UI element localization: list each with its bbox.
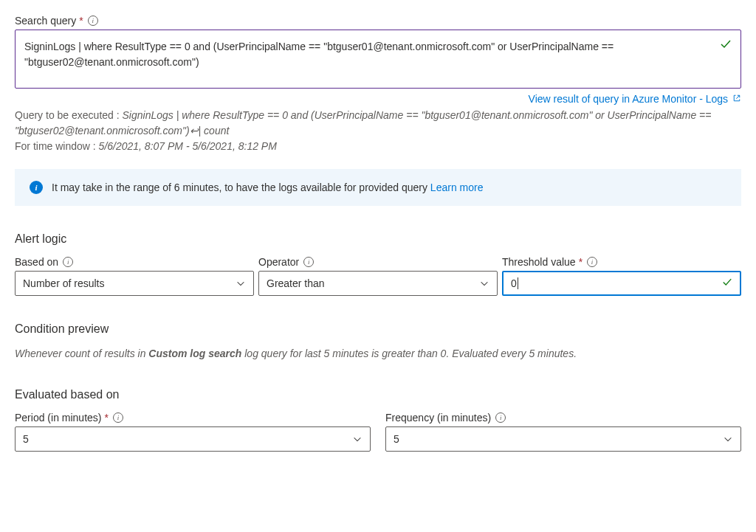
view-results-link[interactable]: View result of query in Azure Monitor - … <box>529 93 741 105</box>
search-query-text: SigninLogs | where ResultType == 0 and (… <box>24 41 614 68</box>
alert-logic-heading: Alert logic <box>15 232 741 246</box>
condition-pre: Whenever count of results in <box>15 348 148 359</box>
chevron-down-icon <box>479 278 489 289</box>
condition-bold: Custom log search <box>148 348 241 359</box>
threshold-value: 0 <box>511 277 517 289</box>
info-banner-icon: i <box>30 181 43 194</box>
query-preview-prefix: Query to be executed : <box>15 109 123 121</box>
chevron-down-icon <box>723 434 733 444</box>
search-query-label-text: Search query <box>15 15 76 27</box>
threshold-label: Threshold value * i <box>502 256 741 268</box>
required-asterisk: * <box>79 15 83 27</box>
condition-preview-heading: Condition preview <box>15 322 741 336</box>
query-preview-block: Query to be executed : SigninLogs | wher… <box>15 108 741 154</box>
evaluated-heading: Evaluated based on <box>15 388 741 401</box>
threshold-input[interactable]: 0 <box>502 271 741 296</box>
required-asterisk: * <box>105 412 109 424</box>
time-window-prefix: For time window : <box>15 140 99 152</box>
info-banner: i It may take in the range of 6 minutes,… <box>15 169 741 206</box>
info-banner-text: It may take in the range of 6 minutes, t… <box>52 182 427 193</box>
required-asterisk: * <box>579 256 583 268</box>
condition-post: log query for last 5 minutes is greater … <box>241 348 577 359</box>
check-icon <box>722 277 732 290</box>
learn-more-link[interactable]: Learn more <box>430 182 484 193</box>
info-icon[interactable]: i <box>303 257 314 267</box>
frequency-label: Frequency (in minutes) i <box>385 412 741 424</box>
period-select[interactable]: 5 <box>15 426 371 452</box>
based-on-label: Based on i <box>15 256 254 268</box>
time-window-value: 5/6/2021, 8:07 PM - 5/6/2021, 8:12 PM <box>99 140 277 152</box>
operator-value: Greater than <box>267 277 325 289</box>
frequency-select[interactable]: 5 <box>385 426 741 452</box>
text-cursor <box>518 277 518 289</box>
period-label: Period (in minutes) * i <box>15 412 371 424</box>
threshold-label-text: Threshold value <box>502 256 576 268</box>
operator-select[interactable]: Greater than <box>258 271 498 296</box>
search-query-input[interactable]: SigninLogs | where ResultType == 0 and (… <box>15 30 741 89</box>
based-on-value: Number of results <box>23 277 104 289</box>
period-value: 5 <box>23 433 29 445</box>
external-link-icon <box>732 94 741 105</box>
info-icon[interactable]: i <box>88 15 98 26</box>
info-icon[interactable]: i <box>495 412 506 423</box>
based-on-select[interactable]: Number of results <box>15 271 254 296</box>
check-icon <box>720 38 732 55</box>
chevron-down-icon <box>236 278 246 289</box>
period-label-text: Period (in minutes) <box>15 412 102 424</box>
operator-label-text: Operator <box>258 256 299 268</box>
view-results-link-text: View result of query in Azure Monitor - … <box>529 93 729 105</box>
info-icon[interactable]: i <box>63 257 73 267</box>
info-icon[interactable]: i <box>587 257 597 267</box>
frequency-label-text: Frequency (in minutes) <box>385 412 491 424</box>
based-on-label-text: Based on <box>15 256 58 268</box>
info-icon[interactable]: i <box>113 412 123 423</box>
chevron-down-icon <box>352 434 362 444</box>
frequency-value: 5 <box>394 433 399 445</box>
operator-label: Operator i <box>258 256 498 268</box>
search-query-label: Search query * i <box>15 15 741 27</box>
condition-preview-text: Whenever count of results in Custom log … <box>15 346 741 362</box>
